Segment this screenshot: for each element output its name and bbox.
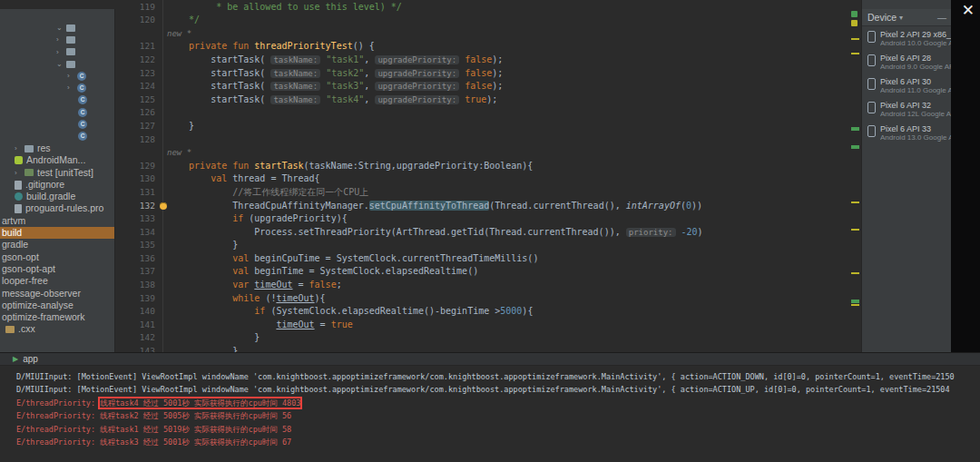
code-line[interactable]: val beginCpuTime = SystemClock.currentTh…: [167, 252, 848, 266]
tree-item-optimize-framework[interactable]: optimize-framework: [0, 311, 114, 323]
intention-bulb-icon[interactable]: [160, 202, 167, 210]
code-line[interactable]: [167, 133, 848, 147]
line-number[interactable]: 126: [115, 106, 155, 120]
log-line[interactable]: E/threadPriority: 线程task1 经过 5019秒 实际获得执…: [16, 423, 980, 436]
tree-item-message-observer[interactable]: message-observer: [0, 288, 114, 300]
line-number[interactable]: 143: [115, 345, 155, 352]
line-number[interactable]: 127: [115, 120, 155, 133]
line-number[interactable]: 139: [115, 292, 155, 306]
tree-item[interactable]: C: [0, 106, 114, 118]
tree-item-build[interactable]: build: [0, 227, 114, 239]
tree-item--cxx[interactable]: .cxx: [0, 323, 114, 335]
editor-gutter[interactable]: 1181191201211221231241251261271281291301…: [115, 0, 163, 352]
code-line[interactable]: val thread = Thread{: [167, 172, 848, 186]
chevron-icon[interactable]: ›: [56, 46, 63, 58]
log-line[interactable]: E/threadPriority: 线程task4 经过 5001秒 实际获得执…: [16, 397, 980, 409]
tree-item[interactable]: C: [0, 131, 114, 143]
code-line[interactable]: startTask( taskName: "task4", upgradePri…: [167, 93, 848, 107]
project-tree-panel[interactable]: ⌄››⌄›C›CCCCC›resAndroidMan...›test [unit…: [0, 9, 115, 352]
tree-item--gitignore[interactable]: .gitignore: [0, 179, 114, 191]
code-line[interactable]: //将工作线程绑定在同一个CPU上: [167, 186, 848, 200]
code-line[interactable]: */: [167, 14, 848, 27]
code-line[interactable]: startTask( taskName: "task1", upgradePri…: [167, 54, 848, 67]
tree-item-artvm[interactable]: artvm: [0, 215, 114, 227]
chevron-icon[interactable]: ›: [67, 70, 74, 82]
code-line[interactable]: private fun threadPriorityTest() {: [167, 40, 848, 54]
tree-item[interactable]: C: [0, 94, 114, 106]
code-line[interactable]: * be allowed to use this level) */: [167, 1, 848, 15]
line-number[interactable]: [115, 27, 155, 41]
log-line[interactable]: D/MIUIInput: [MotionEvent] ViewRootImpl …: [16, 370, 980, 383]
line-number[interactable]: 122: [115, 54, 155, 67]
device-selector[interactable]: Device ▾ —: [862, 9, 952, 26]
line-number[interactable]: 134: [115, 226, 155, 240]
code-line[interactable]: }: [167, 345, 848, 352]
code-editor[interactable]: 1181191201211221231241251261271281291301…: [115, 0, 848, 352]
tree-item-res[interactable]: ›res: [0, 143, 114, 154]
minimize-icon[interactable]: —: [937, 13, 946, 23]
code-line[interactable]: startTask( taskName: "task2", upgradePri…: [167, 67, 848, 81]
tree-item[interactable]: ›: [0, 34, 114, 45]
line-number[interactable]: 142: [115, 331, 155, 345]
line-number[interactable]: 123: [115, 67, 155, 81]
line-number[interactable]: 133: [115, 212, 155, 226]
tree-item-optimize-analyse[interactable]: optimize-analyse: [0, 300, 114, 311]
code-line[interactable]: }: [167, 331, 848, 345]
tree-item[interactable]: ›C: [0, 70, 114, 82]
chevron-icon[interactable]: ›: [15, 167, 21, 179]
chevron-icon[interactable]: ⌄: [56, 22, 63, 34]
line-number[interactable]: 130: [115, 172, 155, 186]
line-number[interactable]: 125: [115, 93, 155, 107]
device-item[interactable]: Pixel 6 API 28Android 9.0 Google AP...: [862, 50, 952, 74]
code-line[interactable]: if (SystemClock.elapsedRealtime()-beginT…: [167, 305, 848, 319]
code-line[interactable]: timeOut = true: [167, 319, 848, 332]
line-number[interactable]: 119: [115, 1, 155, 15]
code-line[interactable]: }: [167, 239, 848, 252]
log-line[interactable]: E/threadPriority: 线程task2 经过 5005秒 实际获得执…: [16, 409, 980, 422]
code-line[interactable]: private fun startTask(taskName:String,up…: [167, 160, 848, 173]
tree-item-gson-opt-apt[interactable]: gson-opt-apt: [0, 263, 114, 275]
log-line[interactable]: E/threadPriority: 线程task3 经过 5001秒 实际获得执…: [16, 436, 980, 448]
tree-item[interactable]: ›: [0, 46, 114, 58]
tree-item[interactable]: ›C: [0, 82, 114, 93]
code-line[interactable]: new *: [167, 146, 848, 160]
line-number[interactable]: 138: [115, 279, 155, 292]
tree-item[interactable]: ⌄: [0, 58, 114, 70]
line-number[interactable]: 141: [115, 319, 155, 332]
device-item[interactable]: Pixel 2 API 29 x86_6...Android 10.0 Goog…: [862, 26, 952, 50]
tree-item-gradle[interactable]: gradle: [0, 239, 114, 251]
line-number[interactable]: 120: [115, 14, 155, 27]
line-number[interactable]: 136: [115, 252, 155, 266]
chevron-icon[interactable]: ⌄: [56, 58, 63, 70]
log-line[interactable]: D/MIUIInput: [MotionEvent] ViewRootImpl …: [16, 383, 980, 396]
code-line[interactable]: [167, 106, 848, 120]
chevron-icon[interactable]: ›: [56, 34, 63, 45]
code-line[interactable]: new *: [167, 27, 848, 41]
device-item[interactable]: Pixel 6 API 30Android 11.0 Google A...: [862, 74, 952, 97]
line-number[interactable]: 131: [115, 186, 155, 200]
device-item[interactable]: Pixel 6 API 32Android 12L Google A...: [862, 97, 952, 121]
code-area[interactable]: /* should never be used in practice. reg…: [163, 0, 848, 352]
editor-scroll-markers[interactable]: [848, 0, 861, 352]
line-number[interactable]: 129: [115, 160, 155, 173]
tree-item-gson-opt[interactable]: gson-opt: [0, 251, 114, 263]
chevron-icon[interactable]: ›: [67, 82, 74, 93]
line-number[interactable]: 124: [115, 80, 155, 93]
chevron-icon[interactable]: ›: [15, 143, 21, 154]
code-line[interactable]: if (upgradePriority){: [167, 212, 848, 226]
tree-item-proguard-rules-pro[interactable]: proguard-rules.pro: [0, 202, 114, 214]
tree-item-androidman-[interactable]: AndroidMan...: [0, 154, 114, 166]
code-line[interactable]: Process.setThreadPriority(ArtThread.getT…: [167, 226, 848, 240]
close-icon[interactable]: ✕: [962, 1, 975, 19]
run-tab-app[interactable]: app: [23, 354, 38, 364]
code-line[interactable]: ThreadCpuAffinityManager.setCpuAffinityT…: [167, 200, 848, 213]
line-number[interactable]: 137: [115, 265, 155, 279]
line-number[interactable]: 128: [115, 133, 155, 147]
code-line[interactable]: while (!timeOut){: [167, 292, 848, 306]
code-line[interactable]: val beginTime = SystemClock.elapsedRealt…: [167, 265, 848, 279]
line-number[interactable]: 121: [115, 40, 155, 54]
tree-item[interactable]: ⌄: [0, 22, 114, 34]
line-number[interactable]: [115, 146, 155, 160]
tree-item[interactable]: C: [0, 118, 114, 130]
tree-item-looper-free[interactable]: looper-free: [0, 275, 114, 287]
